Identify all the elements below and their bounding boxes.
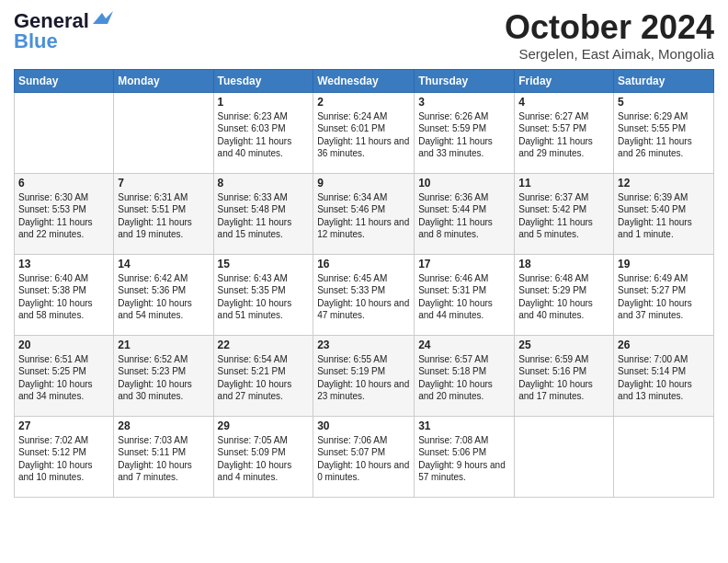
- daylight-text: Daylight: 9 hours and 57 minutes.: [418, 460, 506, 483]
- sunset-text: Sunset: 5:27 PM: [618, 285, 686, 295]
- sunset-text: Sunset: 5:48 PM: [218, 204, 286, 214]
- daylight-text: Daylight: 10 hours and 58 minutes.: [18, 298, 93, 321]
- daylight-text: Daylight: 11 hours and 40 minutes.: [218, 136, 292, 159]
- col-saturday: Saturday: [614, 69, 714, 92]
- sunset-text: Sunset: 5:29 PM: [518, 285, 586, 295]
- daylight-text: Daylight: 10 hours and 17 minutes.: [518, 379, 593, 402]
- day-number: 24: [418, 339, 510, 351]
- daylight-text: Daylight: 10 hours and 30 minutes.: [118, 379, 192, 402]
- sunrise-text: Sunrise: 6:48 AM: [518, 273, 588, 283]
- sunrise-text: Sunrise: 6:42 AM: [118, 273, 188, 283]
- daylight-text: Daylight: 10 hours and 37 minutes.: [618, 298, 692, 321]
- col-tuesday: Tuesday: [213, 69, 313, 92]
- calendar-cell: 18 Sunrise: 6:48 AM Sunset: 5:29 PM Dayl…: [515, 254, 614, 335]
- calendar-week-row: 6 Sunrise: 6:30 AM Sunset: 5:53 PM Dayli…: [15, 173, 714, 254]
- calendar-cell: 3 Sunrise: 6:26 AM Sunset: 5:59 PM Dayli…: [415, 92, 515, 173]
- calendar-week-row: 13 Sunrise: 6:40 AM Sunset: 5:38 PM Dayl…: [15, 254, 714, 335]
- daylight-text: Daylight: 10 hours and 23 minutes.: [317, 379, 409, 402]
- title-block: October 2024 Sergelen, East Aimak, Mongo…: [505, 9, 714, 62]
- day-number: 21: [118, 339, 209, 351]
- day-number: 16: [317, 258, 410, 270]
- day-number: 10: [418, 177, 510, 190]
- sunrise-text: Sunrise: 6:54 AM: [218, 354, 288, 364]
- calendar-table: Sunday Monday Tuesday Wednesday Thursday…: [14, 69, 714, 498]
- calendar-cell: 9 Sunrise: 6:34 AM Sunset: 5:46 PM Dayli…: [313, 173, 415, 254]
- calendar-cell: 24 Sunrise: 6:57 AM Sunset: 5:18 PM Dayl…: [415, 335, 515, 416]
- daylight-text: Daylight: 11 hours and 1 minute.: [618, 217, 692, 240]
- calendar-week-row: 27 Sunrise: 7:02 AM Sunset: 5:12 PM Dayl…: [15, 416, 714, 497]
- sunset-text: Sunset: 5:12 PM: [18, 447, 86, 457]
- calendar-cell: [114, 92, 213, 173]
- calendar-cell: 15 Sunrise: 6:43 AM Sunset: 5:35 PM Dayl…: [213, 254, 313, 335]
- calendar-cell: 14 Sunrise: 6:42 AM Sunset: 5:36 PM Dayl…: [114, 254, 213, 335]
- sunrise-text: Sunrise: 6:49 AM: [618, 273, 688, 283]
- calendar-cell: 1 Sunrise: 6:23 AM Sunset: 6:03 PM Dayli…: [213, 92, 313, 173]
- calendar-cell: 28 Sunrise: 7:03 AM Sunset: 5:11 PM Dayl…: [114, 416, 213, 497]
- header: General Blue October 2024 Sergelen, East…: [14, 9, 714, 62]
- sunrise-text: Sunrise: 6:46 AM: [418, 273, 488, 283]
- daylight-text: Daylight: 11 hours and 5 minutes.: [518, 217, 593, 240]
- daylight-text: Daylight: 10 hours and 54 minutes.: [118, 298, 192, 321]
- calendar-cell: 8 Sunrise: 6:33 AM Sunset: 5:48 PM Dayli…: [213, 173, 313, 254]
- day-number: 27: [18, 419, 109, 432]
- sunrise-text: Sunrise: 7:02 AM: [18, 435, 88, 445]
- sunrise-text: Sunrise: 6:59 AM: [518, 354, 588, 364]
- sunset-text: Sunset: 5:46 PM: [317, 204, 385, 214]
- sunrise-text: Sunrise: 6:23 AM: [218, 111, 288, 121]
- sunset-text: Sunset: 5:51 PM: [118, 204, 186, 214]
- day-number: 4: [518, 96, 609, 109]
- sunrise-text: Sunrise: 6:30 AM: [18, 192, 88, 202]
- day-number: 6: [18, 177, 109, 190]
- sunset-text: Sunset: 5:09 PM: [218, 447, 286, 457]
- daylight-text: Daylight: 10 hours and 10 minutes.: [18, 460, 93, 483]
- calendar-week-row: 20 Sunrise: 6:51 AM Sunset: 5:25 PM Dayl…: [15, 335, 714, 416]
- sunset-text: Sunset: 5:18 PM: [418, 366, 486, 376]
- col-wednesday: Wednesday: [313, 69, 415, 92]
- calendar-week-row: 1 Sunrise: 6:23 AM Sunset: 6:03 PM Dayli…: [15, 92, 714, 173]
- calendar-cell: 27 Sunrise: 7:02 AM Sunset: 5:12 PM Dayl…: [15, 416, 114, 497]
- sunset-text: Sunset: 5:25 PM: [18, 366, 86, 376]
- sunrise-text: Sunrise: 7:06 AM: [317, 435, 387, 445]
- calendar-cell: 12 Sunrise: 6:39 AM Sunset: 5:40 PM Dayl…: [614, 173, 714, 254]
- sunrise-text: Sunrise: 6:26 AM: [418, 111, 488, 121]
- sunset-text: Sunset: 6:03 PM: [218, 123, 286, 133]
- calendar-cell: [614, 416, 714, 497]
- calendar-cell: 16 Sunrise: 6:45 AM Sunset: 5:33 PM Dayl…: [313, 254, 415, 335]
- sunset-text: Sunset: 5:21 PM: [218, 366, 286, 376]
- sunrise-text: Sunrise: 6:39 AM: [618, 192, 688, 202]
- day-number: 31: [418, 419, 510, 432]
- calendar-cell: 29 Sunrise: 7:05 AM Sunset: 5:09 PM Dayl…: [213, 416, 313, 497]
- day-number: 3: [418, 96, 510, 109]
- daylight-text: Daylight: 11 hours and 12 minutes.: [317, 217, 409, 240]
- day-number: 11: [518, 177, 609, 190]
- calendar-cell: 25 Sunrise: 6:59 AM Sunset: 5:16 PM Dayl…: [515, 335, 614, 416]
- calendar-cell: 11 Sunrise: 6:37 AM Sunset: 5:42 PM Dayl…: [515, 173, 614, 254]
- col-sunday: Sunday: [15, 69, 114, 92]
- day-number: 13: [18, 258, 109, 270]
- sunset-text: Sunset: 5:19 PM: [317, 366, 385, 376]
- sunrise-text: Sunrise: 6:27 AM: [518, 111, 588, 121]
- daylight-text: Daylight: 10 hours and 34 minutes.: [18, 379, 93, 402]
- sunrise-text: Sunrise: 6:37 AM: [518, 192, 588, 202]
- sunrise-text: Sunrise: 6:31 AM: [118, 192, 188, 202]
- sunset-text: Sunset: 5:35 PM: [218, 285, 286, 295]
- daylight-text: Daylight: 10 hours and 7 minutes.: [118, 460, 192, 483]
- day-number: 28: [118, 419, 209, 432]
- day-number: 9: [317, 177, 410, 190]
- calendar-cell: 7 Sunrise: 6:31 AM Sunset: 5:51 PM Dayli…: [114, 173, 213, 254]
- sunrise-text: Sunrise: 6:33 AM: [218, 192, 288, 202]
- daylight-text: Daylight: 11 hours and 19 minutes.: [118, 217, 192, 240]
- daylight-text: Daylight: 10 hours and 13 minutes.: [618, 379, 692, 402]
- logo-blue: Blue: [14, 29, 58, 53]
- daylight-text: Daylight: 10 hours and 0 minutes.: [317, 460, 409, 483]
- day-number: 29: [218, 419, 310, 432]
- sunset-text: Sunset: 5:11 PM: [118, 447, 186, 457]
- location-subtitle: Sergelen, East Aimak, Mongolia: [505, 46, 714, 62]
- sunrise-text: Sunrise: 7:03 AM: [118, 435, 188, 445]
- day-number: 15: [218, 258, 310, 270]
- calendar-cell: 31 Sunrise: 7:08 AM Sunset: 5:06 PM Dayl…: [415, 416, 515, 497]
- calendar-cell: 10 Sunrise: 6:36 AM Sunset: 5:44 PM Dayl…: [415, 173, 515, 254]
- daylight-text: Daylight: 11 hours and 33 minutes.: [418, 136, 493, 159]
- sunset-text: Sunset: 5:36 PM: [118, 285, 186, 295]
- daylight-text: Daylight: 11 hours and 36 minutes.: [317, 136, 409, 159]
